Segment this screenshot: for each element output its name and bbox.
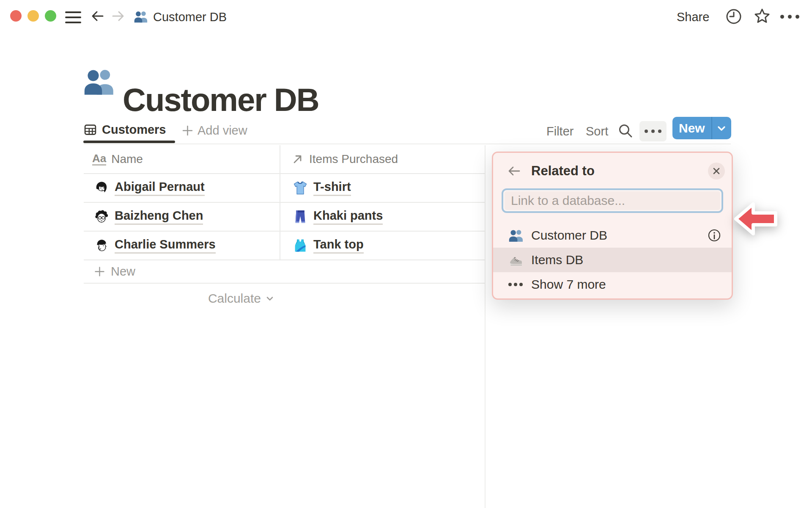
- chevron-down-icon: [264, 293, 275, 304]
- related-to-popup: Related to Customer DB: [492, 152, 733, 300]
- viewbar-divider: [84, 144, 731, 144]
- traffic-lights: [10, 10, 56, 22]
- tab-customers[interactable]: Customers: [84, 123, 166, 137]
- table-view-icon: [84, 123, 97, 136]
- new-button-label[interactable]: New: [672, 117, 711, 139]
- forward-arrow-icon[interactable]: [110, 8, 126, 24]
- relation-property-icon: [291, 153, 304, 166]
- text-property-icon: Aa: [92, 153, 106, 166]
- info-icon[interactable]: [707, 228, 721, 243]
- customers-table: Aa Name Items Purchased Abigai: [84, 145, 485, 313]
- close-button[interactable]: [708, 163, 725, 179]
- people-icon: [83, 65, 115, 97]
- calculate-button[interactable]: Calculate: [84, 284, 280, 313]
- notion-window: Customer DB Share Customer DB Customers …: [0, 0, 812, 508]
- row-item-link[interactable]: Khaki pants: [313, 209, 383, 225]
- popup-title: Related to: [531, 163, 595, 179]
- column-header-items-purchased[interactable]: Items Purchased: [280, 145, 485, 173]
- active-tab-underline: [83, 141, 175, 143]
- new-row-label: New: [111, 265, 135, 279]
- close-window-button[interactable]: [10, 10, 22, 22]
- database-options-list: Customer DB Items DB: [493, 223, 732, 297]
- option-customer-db[interactable]: Customer DB: [493, 223, 732, 248]
- row-name-link[interactable]: Abigail Pernaut: [115, 180, 205, 196]
- avatar-abigail: [94, 180, 109, 196]
- more-dots-icon: [508, 277, 524, 292]
- column-header-name[interactable]: Aa Name: [84, 145, 280, 173]
- new-button-dropdown[interactable]: [711, 117, 731, 139]
- filter-button[interactable]: Filter: [546, 124, 573, 138]
- row-item-link[interactable]: T-shirt: [313, 180, 351, 196]
- table-header-row: Aa Name Items Purchased: [84, 145, 485, 174]
- view-options-icon[interactable]: [639, 121, 667, 141]
- avatar-charlie: [94, 238, 109, 253]
- zoom-window-button[interactable]: [45, 10, 56, 22]
- tutorial-pointer-arrow: [733, 200, 778, 238]
- tshirt-icon: [293, 180, 308, 196]
- option-label: Items DB: [531, 253, 583, 267]
- plus-icon: [182, 125, 193, 136]
- table-row[interactable]: Charlie Summers Tank top: [84, 232, 485, 260]
- calculate-label: Calculate: [208, 291, 261, 306]
- new-row-button[interactable]: New: [84, 260, 485, 284]
- breadcrumb[interactable]: Customer DB: [153, 10, 227, 24]
- share-button[interactable]: Share: [677, 10, 709, 24]
- sneaker-icon: [508, 252, 524, 268]
- add-view-label: Add view: [198, 124, 247, 138]
- people-icon: [508, 228, 524, 243]
- row-name-link[interactable]: Charlie Summers: [115, 237, 216, 254]
- search-icon[interactable]: [617, 123, 634, 139]
- table-row[interactable]: Abigail Pernaut T-shirt: [84, 174, 485, 203]
- sort-button[interactable]: Sort: [586, 124, 608, 138]
- sidebar-menu-icon[interactable]: [65, 11, 81, 23]
- back-arrow-icon[interactable]: [90, 8, 106, 24]
- option-show-more[interactable]: Show 7 more: [493, 272, 732, 297]
- close-icon: [712, 167, 721, 175]
- clock-icon[interactable]: [724, 7, 743, 26]
- table-row[interactable]: Baizheng Chen Khaki pants: [84, 203, 485, 232]
- column-name-label: Name: [111, 152, 143, 166]
- new-button[interactable]: New: [672, 117, 731, 139]
- more-options-icon[interactable]: [780, 13, 800, 20]
- people-icon: [134, 9, 148, 24]
- plus-icon: [94, 266, 105, 277]
- star-icon[interactable]: [753, 7, 771, 25]
- row-name-link[interactable]: Baizheng Chen: [115, 209, 203, 225]
- tab-customers-label: Customers: [102, 123, 166, 137]
- column-divider: [280, 145, 280, 260]
- back-arrow-icon[interactable]: [507, 163, 522, 179]
- chevron-down-icon: [716, 123, 727, 134]
- add-view-button[interactable]: Add view: [182, 124, 247, 138]
- option-items-db[interactable]: Items DB: [493, 248, 732, 272]
- jeans-icon: [293, 209, 308, 224]
- minimize-window-button[interactable]: [27, 10, 39, 22]
- option-label: Show 7 more: [531, 277, 606, 292]
- column-items-label: Items Purchased: [309, 152, 398, 166]
- option-label: Customer DB: [531, 228, 607, 243]
- popup-header: Related to: [507, 161, 725, 181]
- page-title: Customer DB: [123, 81, 319, 119]
- avatar-baizheng: [94, 209, 109, 224]
- tanktop-icon: [293, 238, 308, 253]
- row-item-link[interactable]: Tank top: [313, 237, 364, 254]
- table-right-divider: [485, 145, 486, 508]
- link-database-search-input[interactable]: [502, 188, 723, 213]
